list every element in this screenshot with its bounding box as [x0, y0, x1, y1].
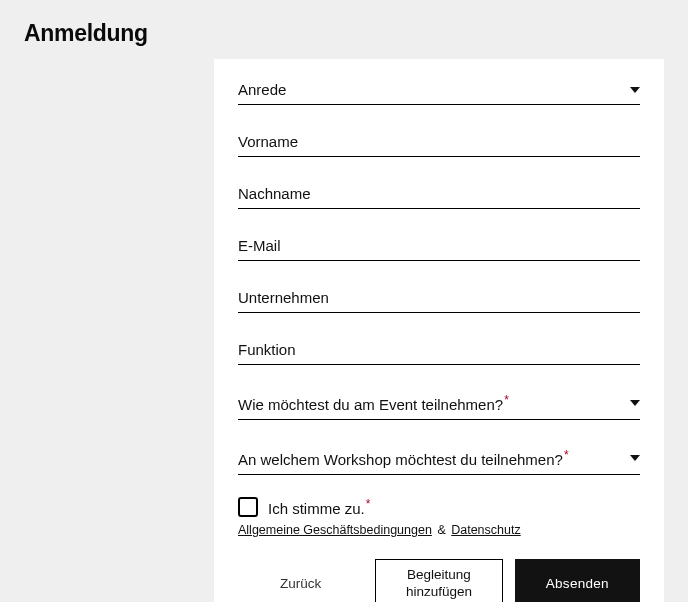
chevron-down-icon: [630, 400, 640, 406]
consent-label: Ich stimme zu.*: [268, 497, 370, 517]
company-field[interactable]: Unternehmen: [238, 289, 640, 313]
consent-label-text: Ich stimme zu.: [268, 500, 365, 517]
workshop-label-text: An welchem Workshop möchtest du teilnehm…: [238, 451, 563, 468]
workshop-select[interactable]: An welchem Workshop möchtest du teilnehm…: [238, 448, 640, 475]
salutation-label: Anrede: [238, 81, 286, 98]
terms-line: Allgemeine Geschäftsbedingungen & Datens…: [238, 523, 640, 537]
lastname-label: Nachname: [238, 185, 311, 202]
firstname-label: Vorname: [238, 133, 298, 150]
submit-button[interactable]: Absenden: [515, 559, 640, 602]
chevron-down-icon: [630, 455, 640, 461]
firstname-field[interactable]: Vorname: [238, 133, 640, 157]
registration-form: Anrede Vorname Nachname E-Mail Unternehm…: [214, 59, 664, 602]
company-label: Unternehmen: [238, 289, 329, 306]
add-companion-button[interactable]: Begleitung hinzufügen: [375, 559, 502, 602]
attendance-label-text: Wie möchtest du am Event teilnehmen?: [238, 396, 503, 413]
salutation-select[interactable]: Anrede: [238, 81, 640, 105]
button-row: Zurück Begleitung hinzufügen Absenden: [238, 559, 640, 602]
workshop-label: An welchem Workshop möchtest du teilnehm…: [238, 448, 569, 468]
privacy-link[interactable]: Datenschutz: [451, 523, 520, 537]
attendance-label: Wie möchtest du am Event teilnehmen?*: [238, 393, 509, 413]
email-field[interactable]: E-Mail: [238, 237, 640, 261]
amp-text: &: [437, 523, 445, 537]
consent-block: Ich stimme zu.* Allgemeine Geschäftsbedi…: [238, 497, 640, 537]
back-button[interactable]: Zurück: [238, 559, 363, 602]
consent-checkbox[interactable]: [238, 497, 258, 517]
page-title: Anmeldung: [24, 20, 664, 47]
lastname-field[interactable]: Nachname: [238, 185, 640, 209]
role-label: Funktion: [238, 341, 296, 358]
email-label: E-Mail: [238, 237, 281, 254]
attendance-select[interactable]: Wie möchtest du am Event teilnehmen?*: [238, 393, 640, 420]
chevron-down-icon: [630, 87, 640, 93]
required-marker: *: [366, 497, 371, 511]
required-marker: *: [564, 448, 569, 462]
role-field[interactable]: Funktion: [238, 341, 640, 365]
consent-row: Ich stimme zu.*: [238, 497, 640, 517]
terms-link[interactable]: Allgemeine Geschäftsbedingungen: [238, 523, 432, 537]
required-marker: *: [504, 393, 509, 407]
